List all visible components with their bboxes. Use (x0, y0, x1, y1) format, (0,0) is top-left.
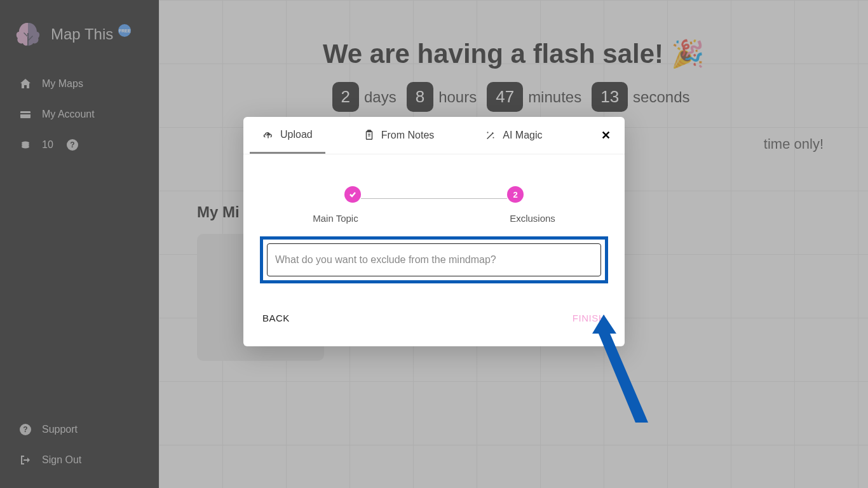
tab-label: Upload (280, 129, 313, 140)
exclusion-input-highlight (260, 236, 608, 283)
close-icon: ✕ (601, 129, 611, 142)
svg-rect-9 (366, 132, 372, 140)
close-button[interactable]: ✕ (593, 117, 618, 154)
tab-ai-magic[interactable]: AI Magic (472, 118, 555, 152)
back-button[interactable]: BACK (262, 313, 290, 323)
clipboard-icon (363, 130, 375, 141)
stepper: 2 (256, 186, 612, 203)
modal-tabs: Upload From Notes AI Magic ✕ (243, 117, 625, 154)
magic-wand-icon (485, 130, 496, 141)
step-2-label: Exclusions (488, 213, 577, 224)
modal-actions: BACK FINISH (243, 302, 625, 346)
step-2-active: 2 (507, 186, 524, 203)
modal-body: 2 Main Topic Exclusions (243, 154, 625, 302)
tab-label: From Notes (381, 130, 435, 141)
tab-upload[interactable]: Upload (250, 118, 325, 154)
cloud-upload-icon (262, 129, 274, 140)
create-map-modal: Upload From Notes AI Magic ✕ 2 Main Topi… (243, 117, 625, 346)
step-1-complete (344, 186, 361, 203)
step-connector (361, 198, 507, 199)
tab-label: AI Magic (503, 130, 542, 141)
step-1-label: Main Topic (291, 213, 380, 224)
tab-from-notes[interactable]: From Notes (351, 118, 447, 152)
finish-button[interactable]: FINISH (573, 313, 606, 323)
step-labels: Main Topic Exclusions (256, 213, 612, 224)
exclusion-input[interactable] (267, 243, 601, 276)
svg-rect-10 (367, 130, 370, 132)
